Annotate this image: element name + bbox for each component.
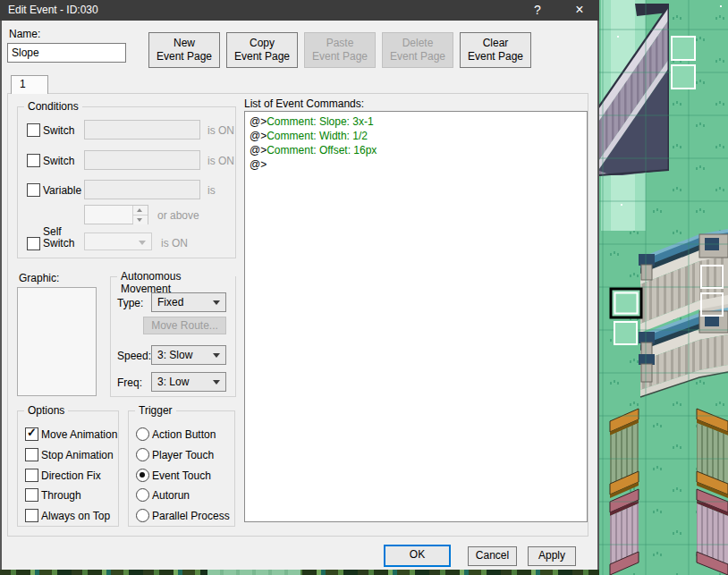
speed-label: Speed:	[117, 350, 151, 362]
event-box[interactable]	[672, 37, 695, 60]
variable-value-field	[84, 180, 200, 199]
direction-fix-checkbox[interactable]	[25, 469, 38, 482]
button-line: Event Page	[461, 50, 530, 63]
ok-button[interactable]: OK	[384, 545, 451, 567]
paste-event-page-button: PasteEvent Page	[304, 32, 376, 68]
conditions-group: Conditions Switch is ON Switch is ON Var…	[17, 106, 236, 258]
copy-event-page-button[interactable]: CopyEvent Page	[226, 32, 298, 68]
switch1-value-field	[84, 120, 200, 140]
autorun-radio[interactable]	[136, 488, 149, 502]
move-animation-checkbox[interactable]	[25, 427, 38, 441]
close-icon[interactable]: ×	[562, 0, 597, 21]
variable-checkbox[interactable]	[27, 183, 40, 197]
command-text: Comment: Offset: 16px	[267, 144, 377, 156]
event-box[interactable]	[614, 322, 637, 344]
freq-label: Freq:	[117, 376, 142, 389]
movement-type-value: Fixed	[157, 296, 183, 309]
trigger-group-title: Trigger	[135, 404, 176, 417]
graphic-label: Graphic:	[19, 272, 59, 284]
help-icon[interactable]: ?	[524, 0, 551, 21]
event-box[interactable]	[672, 65, 695, 89]
through-checkbox[interactable]	[25, 488, 38, 502]
event-commands-listbox[interactable]: @>Comment: Slope: 3x-1 @>Comment: Width:…	[244, 111, 588, 522]
button-line: New	[149, 37, 219, 50]
switch1-checkbox[interactable]	[27, 123, 40, 137]
stop-animation-checkbox[interactable]	[25, 448, 38, 461]
direction-fix-label[interactable]: Direction Fix	[41, 469, 101, 482]
conditions-group-title: Conditions	[24, 100, 82, 113]
spinner-buttons	[132, 206, 148, 224]
button-line: Event Page	[227, 50, 297, 63]
move-animation-label[interactable]: Move Animation	[41, 428, 117, 441]
player-touch-label[interactable]: Player Touch	[152, 449, 214, 461]
map-background[interactable]	[599, 0, 728, 575]
variable-label[interactable]: Variable	[43, 184, 81, 197]
switch2-label[interactable]: Switch	[43, 155, 74, 167]
button-line: Event Page	[305, 50, 375, 63]
map-bottom-strip-light	[207, 570, 301, 575]
autonomous-movement-title: Autonomous Movement	[117, 270, 235, 295]
event-command-row[interactable]: @>Comment: Offset: 16px	[245, 143, 587, 157]
command-prefix: @>	[250, 144, 267, 156]
button-line: Event Page	[383, 50, 453, 63]
clear-event-page-button[interactable]: ClearEvent Page	[460, 32, 531, 68]
or-above-label: or above	[157, 209, 199, 222]
self-switch-select	[84, 233, 152, 250]
stop-animation-label[interactable]: Stop Animation	[41, 449, 114, 461]
action-button-radio[interactable]	[136, 427, 149, 441]
movement-speed-value: 3: Slow	[157, 349, 192, 361]
chevron-down-icon	[139, 241, 146, 245]
chevron-down-icon	[213, 300, 220, 305]
always-on-top-checkbox[interactable]	[25, 509, 38, 522]
event-page-panel: Conditions Switch is ON Switch is ON Var…	[7, 93, 588, 537]
action-button-label[interactable]: Action Button	[152, 428, 216, 441]
button-line: Event Page	[149, 50, 219, 63]
move-route-button: Move Route...	[143, 317, 226, 334]
variable-amount-spinner	[84, 205, 148, 224]
switch2-checkbox[interactable]	[27, 154, 40, 167]
staircase-middle-right	[639, 229, 728, 397]
parallel-process-radio[interactable]	[136, 509, 149, 522]
event-touch-label[interactable]: Event Touch	[152, 469, 211, 482]
self-switch-label-line2: Switch	[43, 238, 74, 249]
always-on-top-label[interactable]: Always on Top	[41, 510, 110, 522]
apply-button[interactable]: Apply	[528, 546, 576, 566]
chevron-down-icon	[213, 353, 220, 358]
command-prefix: @>	[250, 115, 267, 128]
command-prefix: @>	[250, 130, 267, 142]
command-prefix: @>	[250, 158, 267, 171]
event-commands-label: List of Event Commands:	[244, 97, 364, 110]
button-line: Copy	[227, 37, 297, 50]
autorun-label[interactable]: Autorun	[152, 489, 190, 502]
self-switch-checkbox[interactable]	[27, 237, 40, 250]
graphic-preview-box[interactable]	[17, 287, 97, 396]
type-label: Type:	[117, 297, 143, 309]
trigger-group: Trigger Action Button Player Touch Event…	[128, 410, 235, 527]
parallel-process-label[interactable]: Parallel Process	[152, 510, 230, 522]
event-command-row[interactable]: @>Comment: Slope: 3x-1	[245, 114, 587, 129]
edit-event-dialog: Edit Event - ID:030 ? × Name: NewEvent P…	[0, 0, 599, 570]
button-line: Paste	[305, 37, 375, 50]
cancel-button[interactable]: Cancel	[468, 546, 517, 566]
title-bar[interactable]: Edit Event - ID:030 ? ×	[0, 0, 599, 21]
name-input[interactable]	[7, 43, 126, 63]
new-event-page-button[interactable]: NewEvent Page	[148, 32, 220, 68]
player-touch-radio[interactable]	[136, 448, 149, 461]
button-line: Delete	[383, 37, 453, 50]
event-command-row[interactable]: @>	[245, 157, 587, 172]
event-command-row[interactable]: @>Comment: Width: 1/2	[245, 129, 587, 143]
self-switch-label[interactable]: Self Switch	[43, 226, 74, 249]
movement-type-select[interactable]: Fixed	[151, 292, 226, 312]
window-title: Edit Event - ID:030	[8, 4, 98, 16]
through-label[interactable]: Through	[41, 489, 81, 502]
self-switch-suffix: is ON	[161, 237, 188, 249]
movement-freq-select[interactable]: 3: Low	[151, 372, 226, 392]
switch2-suffix: is ON	[207, 155, 234, 167]
event-touch-radio[interactable]	[136, 469, 149, 482]
options-group-title: Options	[24, 404, 68, 417]
command-text: Comment: Width: 1/2	[267, 130, 368, 142]
movement-speed-select[interactable]: 3: Slow	[151, 345, 226, 365]
switch1-label[interactable]: Switch	[43, 124, 74, 137]
tab-page-1[interactable]: 1	[11, 75, 48, 94]
switch1-suffix: is ON	[207, 124, 234, 137]
